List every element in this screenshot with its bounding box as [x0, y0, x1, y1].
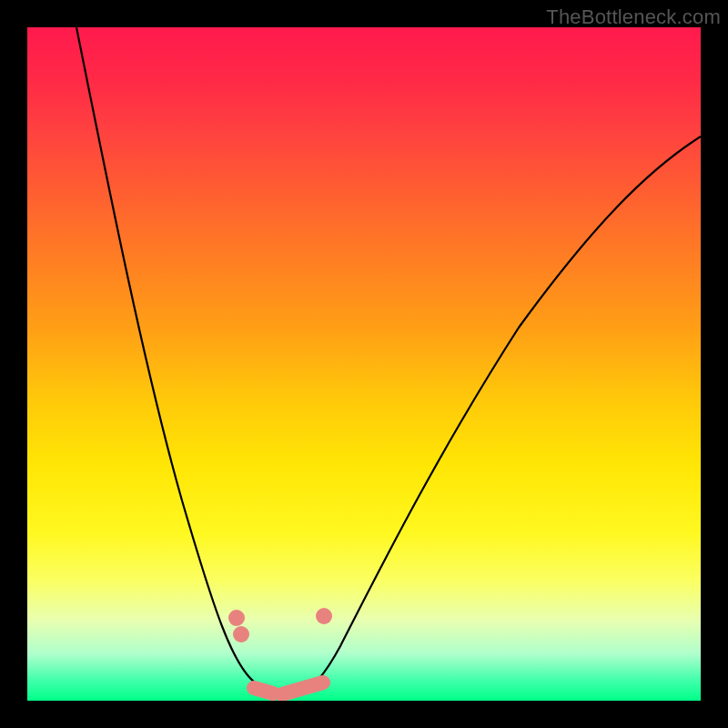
- left-curve: [76, 27, 280, 694]
- marker-dot: [233, 626, 249, 642]
- marker-dot: [316, 608, 332, 624]
- plot-area: [27, 27, 701, 701]
- watermark-text: TheBottleneck.com: [546, 5, 721, 29]
- marker-dot: [228, 610, 245, 626]
- curve-layer: [27, 27, 701, 701]
- marker-dash: [282, 682, 323, 694]
- marker-dash: [254, 688, 273, 693]
- chart-container: TheBottleneck.com: [0, 0, 728, 728]
- right-curve: [298, 136, 701, 694]
